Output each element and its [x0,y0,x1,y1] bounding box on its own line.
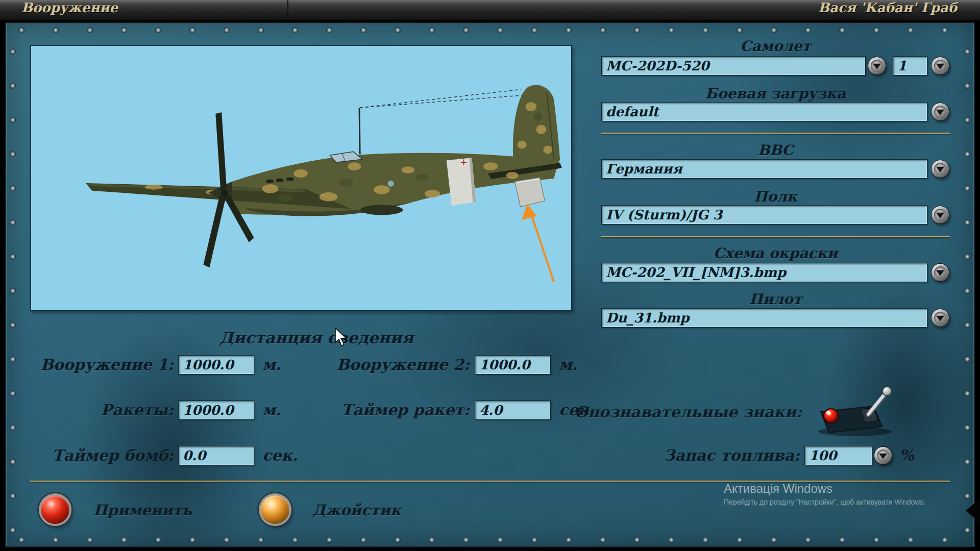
screen-title: Вооружение [21,0,118,15]
weapon2-field[interactable]: 1000.0 [475,355,551,374]
loadout-dropdown-button[interactable] [931,103,949,121]
separator [601,236,950,237]
rockets-unit: м. [262,400,281,420]
bomb-timer-label: Таймер бомб: [31,446,174,465]
pilot-select[interactable]: Du_31.bmp [601,308,927,328]
weapon2-label: Вооружение 2: [316,355,470,374]
fuel-unit: % [899,446,914,465]
rockets-label: Ракеты: [31,400,174,420]
windows-activation-watermark-line1: Активація Windows [724,482,832,496]
paint-scheme-section-label: Схема окраски [601,245,950,262]
fuel-dropdown-button[interactable] [874,446,892,465]
aircraft-section-label: Самолет [601,38,950,55]
aircraft-preview [30,45,572,311]
markings-label: Опознавательные знаки: [561,403,802,422]
convergence-title: Дистанция сведения [153,328,480,347]
apply-button[interactable] [41,495,69,524]
pilot-section-label: Пилот [601,291,950,308]
weapon1-unit: м. [262,355,281,374]
markings-toggle-switch[interactable] [812,384,903,437]
airforce-section-label: ВВС [601,142,950,159]
bomb-timer-unit: сек. [262,446,298,465]
toggle-knob-icon [883,387,892,396]
weapon1-field[interactable]: 1000.0 [178,355,254,374]
joystick-button-label[interactable]: Джойстик [312,501,401,519]
regiment-section-label: Полк [601,188,950,205]
rocket-timer-field[interactable]: 4.0 [475,400,551,420]
windows-activation-watermark-line2: Перейдіть до розділу "Настройки", щоб ак… [724,498,925,506]
aircraft-dropdown-button[interactable] [868,57,886,75]
airforce-select[interactable]: Германия [601,159,927,179]
indicator-lamp-icon [824,409,838,423]
separator [601,133,950,134]
paint-scheme-select[interactable]: MC-202_VII_[NM]3.bmp [601,263,927,282]
arming-screen: Вооружение Вася 'Кабан' Граб [0,0,980,551]
regiment-select[interactable]: IV (Sturm)/JG 3 [601,205,927,224]
aircraft-count-field[interactable]: 1 [893,56,927,76]
loadout-select[interactable]: default [601,102,927,121]
fuel-label: Запас топлива: [587,446,800,465]
bomb-timer-field[interactable]: 0.0 [178,446,254,465]
fuel-field[interactable]: 100 [804,446,872,465]
airforce-dropdown-button[interactable] [931,160,949,178]
titlebar: Вооружение Вася 'Кабан' Граб [0,0,980,21]
aircraft-preview-image [31,46,569,308]
pilot-dropdown-button[interactable] [931,309,949,327]
loadout-section-label: Боевая загрузка [601,85,950,102]
weapon1-label: Вооружение 1: [31,355,174,374]
regiment-dropdown-button[interactable] [931,206,949,224]
weapon2-unit: м. [559,355,578,374]
aircraft-count-dropdown-button[interactable] [931,57,949,75]
rockets-field[interactable]: 1000.0 [178,400,254,420]
joystick-button[interactable] [261,495,289,524]
apply-button-label[interactable]: Применить [93,501,192,519]
paint-scheme-dropdown-button[interactable] [931,263,949,282]
rocket-timer-label: Таймер ракет: [316,400,470,420]
pilot-name: Вася 'Кабан' Граб [818,0,957,15]
aircraft-select[interactable]: MC-202D-520 [601,56,866,76]
